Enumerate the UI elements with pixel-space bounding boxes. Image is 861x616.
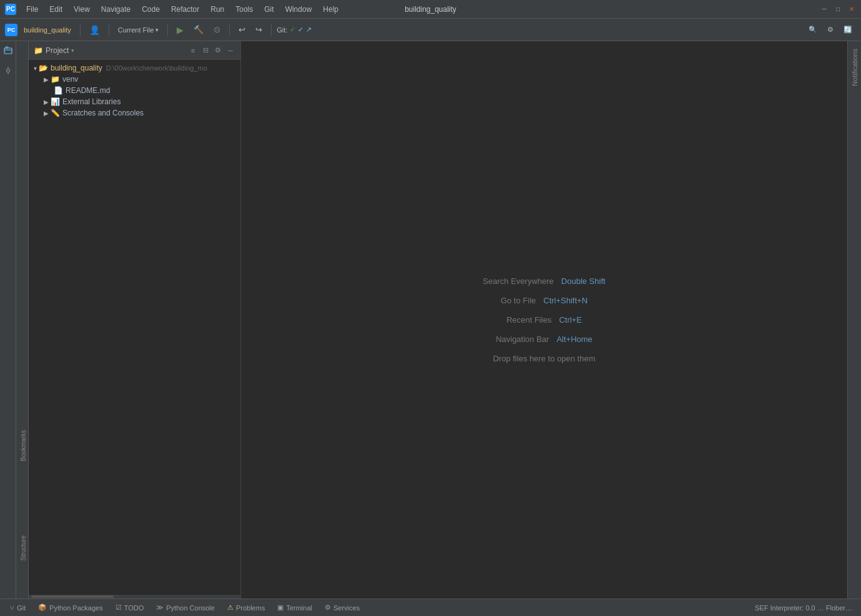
app-logo: PC [5, 4, 16, 15]
hint-search-label: Search Everywhere [483, 276, 553, 286]
run-button[interactable]: ▶ [173, 23, 187, 37]
hint-search-everywhere: Search Everywhere Double Shift [483, 276, 605, 286]
toolbar-right: 🔍 ⚙ 🔄 [805, 24, 856, 36]
settings-button[interactable]: ⚙ [824, 24, 837, 36]
git-tab[interactable]: ⑂ Git [5, 601, 31, 615]
project-tree: ▾ 📂 building_quality D:\00work\chenwork\… [29, 60, 240, 595]
tree-item-venv[interactable]: ▶ 📁 venv [29, 74, 240, 85]
python-packages-tab[interactable]: 📦 Python Packages [33, 601, 108, 615]
git-status: Git: ✓ ✓ ↗ [277, 26, 312, 34]
todo-tab[interactable]: ☑ TODO [111, 601, 149, 615]
terminal-tab[interactable]: ▣ Terminal [272, 601, 317, 615]
search-button[interactable]: 🔍 [805, 24, 821, 36]
problems-label: Problems [236, 604, 265, 612]
menu-tools[interactable]: Tools [230, 4, 258, 15]
menu-run[interactable]: Run [205, 4, 229, 15]
sep5 [271, 24, 272, 36]
title-bar: PC File Edit View Navigate Code Refactor… [0, 0, 861, 19]
redo-button[interactable]: ↪ [252, 23, 266, 36]
hint-recent-key: Ctrl+E [559, 315, 581, 325]
status-bar: ⑂ Git 📦 Python Packages ☑ TODO ≫ Python … [0, 599, 861, 616]
sidebar-project-icon[interactable] [1, 44, 15, 57]
panel-controls: ≡ ⊟ ⚙ ─ [188, 46, 235, 56]
build-button[interactable]: 🔨 [190, 23, 207, 36]
project-header-icon: 📁 [34, 46, 43, 55]
main-layout: Bookmarks Structure 📁 Project ▾ ≡ ⊟ ⚙ ─ … [0, 41, 861, 599]
hint-navigation-bar: Navigation Bar Alt+Home [496, 335, 593, 344]
panel-settings[interactable]: ⚙ [213, 46, 223, 56]
sidebar-commit-icon[interactable] [1, 64, 15, 77]
python-console-tab[interactable]: ≫ Python Console [151, 601, 220, 615]
project-panel: 📁 Project ▾ ≡ ⊟ ⚙ ─ ▾ 📂 building_quality… [29, 41, 241, 599]
tree-item-extlibs[interactable]: ▶ 📊 External Libraries [29, 96, 240, 107]
menu-navigate[interactable]: Navigate [96, 4, 135, 15]
undo-button[interactable]: ↩ [235, 23, 249, 36]
status-right: SEF Interpreter: 0.0 … Flober… [751, 603, 856, 613]
venv-name: venv [62, 75, 78, 84]
services-tab[interactable]: ⚙ Services [320, 601, 365, 615]
menu-window[interactable]: Window [280, 4, 317, 15]
hint-nav-label: Navigation Bar [496, 335, 549, 344]
minimize-button[interactable]: ─ [820, 5, 829, 14]
close-button[interactable]: ✕ [847, 5, 856, 14]
bookmarks-label[interactable]: Bookmarks [20, 430, 27, 461]
project-dropdown-arrow[interactable]: ▾ [71, 47, 74, 54]
git-check-icon: ✓ [290, 26, 295, 34]
git-arrow-icon: ↗ [306, 26, 312, 34]
services-icon: ⚙ [325, 604, 331, 612]
current-file-dropdown[interactable]: Current File ▾ [114, 24, 162, 36]
python-packages-label: Python Packages [49, 604, 103, 612]
menu-refactor[interactable]: Refactor [166, 4, 204, 15]
panel-collapse-all[interactable]: ≡ [188, 46, 198, 56]
menu-help[interactable]: Help [318, 4, 343, 15]
tree-item-scratches[interactable]: ▶ ✏️ Scratches and Consoles [29, 107, 240, 119]
sep2 [109, 24, 109, 36]
project-name[interactable]: building_quality [20, 24, 75, 36]
extlibs-name: External Libraries [62, 97, 121, 106]
hint-goto-label: Go to File [501, 296, 536, 305]
project-header: 📁 Project ▾ ≡ ⊟ ⚙ ─ [29, 41, 240, 60]
sidebar-icons [0, 41, 16, 599]
structure-label[interactable]: Structure [20, 535, 27, 561]
project-title: Project [46, 46, 69, 55]
menu-bar: File Edit View Navigate Code Refactor Ru… [21, 4, 343, 15]
readme-file-icon: 📄 [54, 86, 63, 95]
tree-item-root[interactable]: ▾ 📂 building_quality D:\00work\chenwork\… [29, 62, 240, 74]
panel-hide[interactable]: ─ [225, 46, 235, 56]
notifications-label[interactable]: Notifications [851, 44, 859, 91]
sep3 [167, 24, 168, 36]
svg-rect-1 [6, 47, 8, 48]
root-path: D:\00work\chenwork\building_mo [106, 64, 207, 72]
menu-git[interactable]: Git [259, 4, 278, 15]
panel-flatten[interactable]: ⊟ [200, 46, 210, 56]
python-packages-icon: 📦 [38, 604, 47, 612]
drop-hint: Drop files here to open them [493, 354, 595, 363]
current-file-label: Current File [118, 26, 154, 34]
project-scrollbar-thumb[interactable] [31, 595, 114, 598]
window-controls: ─ □ ✕ [820, 5, 856, 14]
window-title: building_quality [405, 5, 456, 14]
tree-item-readme[interactable]: 📄 README.md [29, 85, 240, 96]
editor-area: Search Everywhere Double Shift Go to Fil… [241, 41, 847, 599]
readme-name: README.md [66, 86, 110, 95]
profile-button[interactable]: 👤 [86, 23, 104, 37]
menu-code[interactable]: Code [137, 4, 165, 15]
menu-file[interactable]: File [21, 4, 43, 15]
update-button[interactable]: 🔄 [840, 24, 856, 36]
git-ok-icon: ✓ [298, 26, 303, 34]
hint-goto-key: Ctrl+Shift+N [543, 296, 588, 305]
svg-point-2 [6, 69, 9, 72]
root-name: building_quality [51, 64, 102, 72]
git-label: Git: [277, 26, 287, 34]
todo-label: TODO [124, 604, 144, 612]
todo-icon: ☑ [116, 604, 122, 612]
problems-icon: ⚠ [227, 604, 234, 612]
problems-tab[interactable]: ⚠ Problems [222, 601, 270, 615]
interpreter-status[interactable]: SEF Interpreter: 0.0 … Flober… [751, 603, 856, 613]
dropdown-arrow-icon: ▾ [155, 27, 159, 33]
menu-view[interactable]: View [69, 4, 95, 15]
maximize-button[interactable]: □ [834, 5, 842, 14]
menu-edit[interactable]: Edit [44, 4, 67, 15]
git-tab-icon: ⑂ [10, 604, 14, 612]
debug-button[interactable]: ⊙ [210, 23, 224, 36]
